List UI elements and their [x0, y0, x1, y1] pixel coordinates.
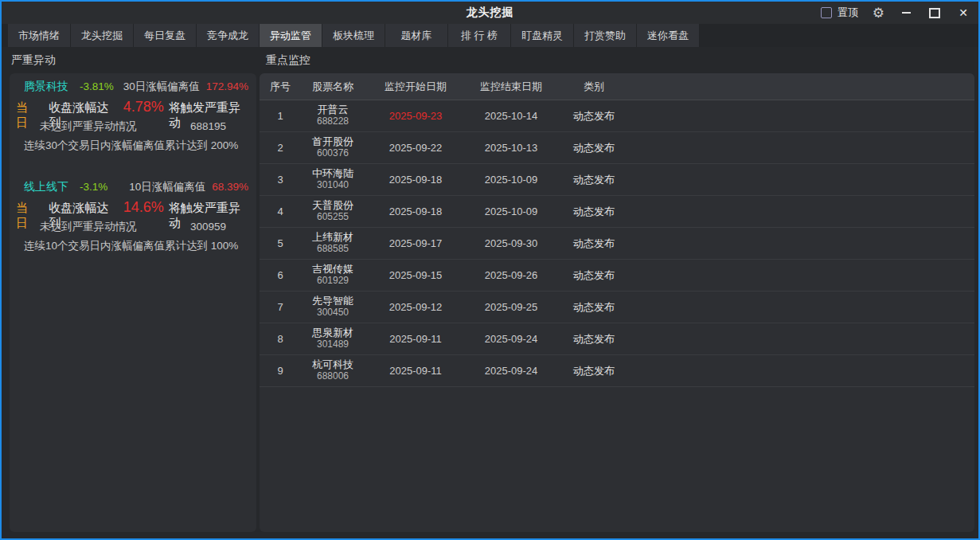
monitor-start-date: 2025-09-18 — [365, 205, 467, 217]
row-index: 4 — [260, 205, 301, 217]
table-row[interactable]: 4 天普股份 605255 2025-09-18 2025-10-09 动态发布 — [260, 196, 974, 228]
tab-4[interactable]: 竞争成龙 — [197, 24, 260, 47]
table-row[interactable]: 7 先导智能 300450 2025-09-12 2025-09-25 动态发布 — [260, 292, 974, 323]
category-cell: 动态发布 — [556, 205, 632, 219]
row-index: 7 — [260, 301, 301, 313]
row-index: 2 — [260, 142, 301, 154]
monitor-end-date: 2025-10-09 — [467, 174, 556, 186]
category-cell: 动态发布 — [556, 268, 632, 283]
stock-code: 300450 — [301, 307, 365, 319]
stock-code: 688228 — [301, 116, 365, 127]
stock-code: 301489 — [301, 339, 365, 350]
stock-code: 301040 — [301, 180, 365, 191]
category-cell: 动态发布 — [556, 300, 632, 315]
serious-abnormal-panel: 严重异动 腾景科技 -3.81% 30日涨幅偏离值 172.94% 当日 收盘涨… — [2, 47, 256, 538]
monitoring-table-card: 序号股票名称监控开始日期监控结束日期类别 1 开普云 688228 2025-0… — [260, 73, 974, 532]
monitor-start-date: 2025-09-23 — [365, 110, 467, 122]
trigger-value: 14.6% — [123, 199, 164, 216]
tab-8[interactable]: 排 行 榜 — [448, 24, 511, 47]
minimize-button[interactable] — [899, 6, 913, 20]
alert-summary-line: 腾景科技 -3.81% 30日涨幅偏离值 172.94% — [16, 80, 250, 99]
table-body: 1 开普云 688228 2025-09-23 2025-10-14 动态发布 … — [260, 100, 974, 387]
table-row[interactable]: 8 思泉新材 301489 2025-09-11 2025-09-24 动态发布 — [260, 323, 974, 355]
stock-name-link[interactable]: 线上线下 — [24, 180, 68, 194]
stock-code: 688585 — [301, 244, 365, 255]
tab-1[interactable]: 市场情绪 — [8, 24, 71, 47]
tab-7[interactable]: 题材库 — [385, 24, 448, 47]
row-index: 9 — [260, 365, 301, 377]
tab-5[interactable]: 异动监管 — [260, 24, 322, 47]
column-header-3: 监控开始日期 — [365, 80, 467, 94]
row-index: 5 — [260, 237, 301, 249]
stock-name: 中环海陆 — [301, 168, 365, 180]
alert-trigger-line: 当日 收盘涨幅达到 4.78% 将触发严重异动 — [16, 99, 250, 119]
stock-name-cell: 杭可科技 688006 — [301, 359, 365, 382]
window-controls: 置顶 ⚙ ✕ — [821, 2, 970, 24]
stock-code: 600376 — [301, 148, 365, 159]
stock-name-link[interactable]: 腾景科技 — [24, 80, 68, 94]
tab-11[interactable]: 迷你看盘 — [637, 24, 700, 47]
tab-6[interactable]: 板块梳理 — [322, 24, 385, 47]
alert-note-line: 连续10个交易日内涨幅偏离值累计达到 100% — [16, 239, 250, 258]
pin-to-top-toggle[interactable]: 置顶 — [821, 6, 858, 20]
column-header-4: 监控结束日期 — [467, 80, 556, 94]
tab-2[interactable]: 龙头挖掘 — [71, 24, 134, 47]
table-row[interactable]: 5 上纬新材 688585 2025-09-17 2025-09-30 动态发布 — [260, 228, 974, 260]
monitor-end-date: 2025-09-26 — [467, 269, 556, 281]
table-row[interactable]: 9 杭可科技 688006 2025-09-11 2025-09-24 动态发布 — [260, 355, 974, 387]
left-panel-title: 严重异动 — [11, 53, 256, 68]
monitor-start-date: 2025-09-15 — [365, 269, 467, 281]
stock-name-cell: 先导智能 300450 — [301, 295, 365, 319]
alert-status-line: 未达到严重异动情况 688195 — [16, 119, 250, 139]
monitor-start-date: 2025-09-11 — [365, 333, 467, 345]
category-cell: 动态发布 — [556, 173, 632, 187]
column-header-1: 序号 — [260, 80, 301, 94]
stock-name: 首开股份 — [301, 136, 365, 148]
stock-name: 上纬新材 — [301, 232, 365, 244]
row-index: 8 — [260, 333, 301, 345]
category-cell: 动态发布 — [556, 332, 632, 346]
pin-checkbox[interactable] — [821, 7, 832, 18]
alert-status-line: 未达到严重异动情况 300959 — [16, 220, 250, 239]
table-row[interactable]: 1 开普云 688228 2025-09-23 2025-10-14 动态发布 — [260, 100, 974, 132]
stock-name-cell: 首开股份 600376 — [301, 136, 365, 159]
row-index: 3 — [260, 174, 301, 186]
right-panel-title: 重点监控 — [266, 53, 978, 68]
stock-code: 688006 — [301, 371, 365, 382]
maximize-button[interactable] — [927, 6, 942, 20]
tab-3[interactable]: 每日复盘 — [134, 24, 197, 47]
monitor-end-date: 2025-09-30 — [467, 237, 556, 249]
alert-trigger-line: 当日 收盘涨幅达到 14.6% 将触发严重异动 — [16, 199, 250, 220]
stock-code: 688195 — [190, 120, 226, 132]
alert-note: 连续10个交易日内涨幅偏离值累计达到 100% — [24, 239, 238, 253]
settings-gear-icon[interactable]: ⚙ — [873, 6, 884, 20]
stock-code: 300959 — [190, 221, 226, 233]
category-cell: 动态发布 — [556, 109, 632, 123]
title-bar: 龙头挖掘 置顶 ⚙ ✕ — [2, 2, 978, 24]
stock-name-cell: 天普股份 605255 — [301, 200, 365, 223]
monitor-end-date: 2025-09-24 — [467, 365, 556, 377]
monitor-end-date: 2025-09-24 — [467, 333, 556, 345]
monitor-start-date: 2025-09-12 — [365, 301, 467, 313]
deviation-value: 68.39% — [212, 181, 248, 193]
column-header-5: 类别 — [556, 80, 632, 94]
day-label: 当日 — [16, 100, 39, 131]
table-row[interactable]: 2 首开股份 600376 2025-09-22 2025-10-13 动态发布 — [260, 132, 974, 164]
day-label: 当日 — [16, 201, 39, 231]
tab-9[interactable]: 盯盘精灵 — [511, 24, 574, 47]
row-index: 1 — [260, 110, 301, 122]
table-row[interactable]: 6 吉视传媒 601929 2025-09-15 2025-09-26 动态发布 — [260, 260, 974, 292]
category-cell: 动态发布 — [556, 364, 632, 378]
alert-summary-line: 线上线下 -3.1% 10日涨幅偏离值 68.39% — [16, 180, 250, 199]
close-button[interactable]: ✕ — [956, 6, 970, 20]
monitor-start-date: 2025-09-11 — [365, 365, 467, 377]
stock-code: 601929 — [301, 276, 365, 287]
table-row[interactable]: 3 中环海陆 301040 2025-09-18 2025-10-09 动态发布 — [260, 164, 974, 196]
alert-note-line: 连续30个交易日内涨幅偏离值累计达到 200% — [16, 139, 250, 158]
tab-10[interactable]: 打赏赞助 — [574, 24, 637, 47]
status-label: 未达到严重异动情况 — [40, 119, 137, 134]
monitor-end-date: 2025-10-09 — [467, 205, 556, 217]
monitor-start-date: 2025-09-18 — [365, 174, 467, 186]
abnormal-alert-block: 腾景科技 -3.81% 30日涨幅偏离值 172.94% 当日 收盘涨幅达到 4… — [16, 80, 250, 158]
deviation-label: 10日涨幅偏离值 — [129, 180, 205, 194]
